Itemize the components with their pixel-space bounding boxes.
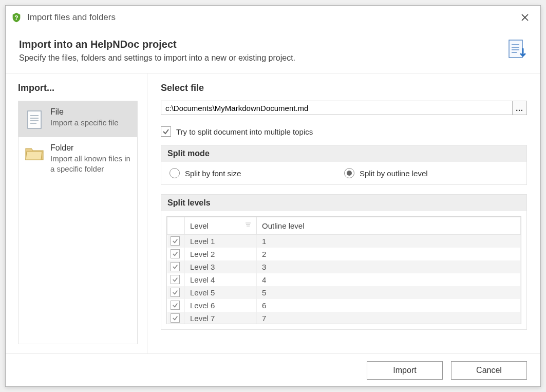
radio-label: Split by font size — [185, 169, 241, 178]
close-icon — [521, 13, 529, 22]
row-checkbox-cell[interactable] — [167, 312, 185, 324]
table-row[interactable]: Level 33 — [167, 260, 521, 273]
header-subtitle: Specify the files, folders and settings … — [19, 53, 501, 63]
main-panel: Select file … Try to split document into… — [147, 73, 540, 353]
row-outline: 3 — [257, 260, 521, 273]
row-level: Level 1 — [185, 235, 257, 248]
radio-icon — [170, 168, 180, 178]
row-checkbox[interactable] — [171, 301, 180, 310]
svg-rect-1 — [509, 40, 522, 58]
split-mode-title: Split mode — [161, 145, 526, 162]
row-checkbox-cell[interactable] — [167, 248, 185, 260]
check-icon — [172, 264, 178, 270]
folder-icon — [24, 143, 45, 174]
row-checkbox[interactable] — [171, 249, 180, 258]
import-button[interactable]: Import — [367, 361, 443, 380]
sort-icon — [245, 221, 251, 229]
sidebar-item-title: File — [50, 107, 132, 117]
row-outline: 7 — [257, 312, 521, 324]
check-icon — [172, 302, 178, 308]
row-outline: 6 — [257, 299, 521, 312]
table-row[interactable]: Level 44 — [167, 273, 521, 286]
sidebar: Import... File Import a s — [6, 73, 147, 353]
check-icon — [172, 251, 178, 257]
table-row[interactable]: Level 66 — [167, 299, 521, 312]
file-icon — [24, 107, 45, 130]
svg-text:?: ? — [14, 14, 18, 22]
check-icon — [172, 276, 178, 283]
sidebar-item-title: Folder — [50, 143, 132, 153]
split-levels-title: Split levels — [161, 195, 526, 211]
sidebar-item-folder[interactable]: Folder Import all known files in a speci… — [18, 137, 137, 181]
dialog-window: ? Import files and folders Import into a… — [5, 5, 541, 387]
row-outline: 5 — [257, 286, 521, 299]
row-level: Level 7 — [185, 312, 257, 324]
col-outline-header[interactable]: Outline level — [257, 217, 521, 235]
col-level-header[interactable]: Level — [185, 217, 257, 235]
split-mode-group: Split mode Split by font size Split by o… — [161, 145, 527, 185]
row-level: Level 6 — [185, 299, 257, 312]
row-checkbox[interactable] — [171, 313, 180, 323]
window-title: Import files and folders — [27, 12, 116, 23]
sidebar-title: Import... — [18, 83, 138, 94]
split-checkbox-label: Try to split document into multiple topi… — [176, 127, 313, 136]
svg-rect-6 — [28, 111, 41, 128]
header: Import into an HelpNDoc project Specify … — [6, 29, 540, 73]
row-checkbox[interactable] — [171, 275, 180, 284]
cancel-button[interactable]: Cancel — [451, 361, 527, 380]
select-file-label: Select file — [161, 83, 527, 94]
sidebar-item-file[interactable]: File Import a specific file — [18, 101, 137, 137]
radio-split-outline-level[interactable]: Split by outline level — [344, 168, 498, 178]
row-outline: 2 — [257, 248, 521, 260]
row-checkbox[interactable] — [171, 288, 180, 297]
radio-split-font-size[interactable]: Split by font size — [170, 168, 324, 178]
split-levels-table[interactable]: Level Outline level — [167, 217, 521, 324]
table-row[interactable]: Level 22 — [167, 248, 521, 260]
row-checkbox-cell[interactable] — [167, 299, 185, 312]
file-path-input[interactable] — [161, 101, 513, 115]
row-checkbox-cell[interactable] — [167, 273, 185, 286]
app-icon: ? — [11, 12, 22, 23]
row-checkbox-cell[interactable] — [167, 286, 185, 299]
import-document-icon — [506, 39, 527, 60]
row-level: Level 4 — [185, 273, 257, 286]
check-icon — [172, 238, 178, 244]
row-checkbox[interactable] — [171, 262, 180, 271]
check-icon — [172, 289, 178, 295]
ellipsis-icon: … — [516, 104, 524, 113]
footer: Import Cancel — [6, 353, 540, 386]
titlebar: ? Import files and folders — [6, 6, 540, 29]
close-button[interactable] — [516, 8, 534, 27]
radio-icon — [344, 168, 354, 178]
radio-label: Split by outline level — [360, 169, 428, 178]
row-checkbox[interactable] — [171, 236, 180, 246]
row-checkbox-cell[interactable] — [167, 235, 185, 248]
row-checkbox-cell[interactable] — [167, 260, 185, 273]
sidebar-item-desc: Import a specific file — [50, 118, 132, 128]
split-checkbox-row[interactable]: Try to split document into multiple topi… — [161, 126, 527, 137]
split-checkbox[interactable] — [161, 126, 171, 137]
sidebar-list: File Import a specific file Folder Impor… — [18, 101, 138, 344]
col-check-header[interactable] — [167, 217, 185, 235]
split-levels-group: Split levels Level — [161, 194, 527, 330]
sidebar-item-desc: Import all known files in a specific fol… — [50, 154, 132, 174]
row-level: Level 2 — [185, 248, 257, 260]
browse-button[interactable]: … — [513, 101, 527, 115]
table-row[interactable]: Level 11 — [167, 235, 521, 248]
table-row[interactable]: Level 77 — [167, 312, 521, 324]
table-row[interactable]: Level 55 — [167, 286, 521, 299]
row-outline: 1 — [257, 235, 521, 248]
row-level: Level 3 — [185, 260, 257, 273]
check-icon — [162, 128, 170, 135]
row-outline: 4 — [257, 273, 521, 286]
check-icon — [172, 315, 178, 321]
header-title: Import into an HelpNDoc project — [19, 39, 501, 50]
row-level: Level 5 — [185, 286, 257, 299]
